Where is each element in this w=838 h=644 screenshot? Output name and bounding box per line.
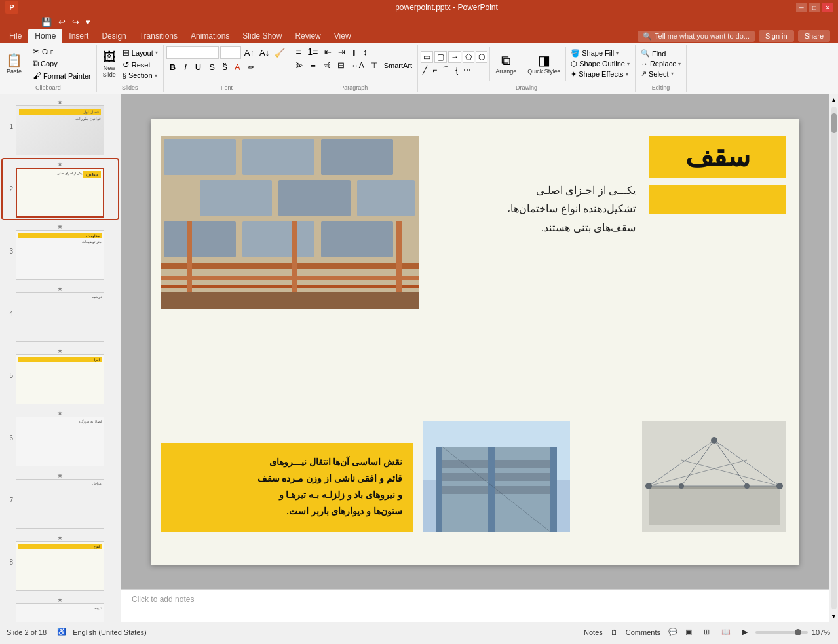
tab-transitions[interactable]: Transitions bbox=[133, 29, 184, 43]
shape-curve[interactable]: ⌒ bbox=[440, 64, 452, 77]
font-size-input[interactable] bbox=[220, 46, 241, 59]
slide-thumb-7[interactable]: 7 ★ مراحل bbox=[3, 470, 118, 530]
slide-panel[interactable]: 1 ★ فصل اول قوانین مقررات 2 ★ سقف یکی bbox=[0, 94, 121, 622]
slideshow-button[interactable]: ▶ bbox=[738, 626, 752, 637]
reading-view-button[interactable]: 📖 bbox=[717, 626, 734, 637]
align-center-button[interactable]: ≡ bbox=[308, 60, 318, 71]
slide-thumb-6[interactable]: 6 ★ اتصال به دیوارگاه bbox=[3, 408, 118, 468]
italic-button[interactable]: I bbox=[181, 61, 190, 73]
slide-thumb-4[interactable]: 4 ★ تاریخچه bbox=[3, 284, 118, 343]
tab-home[interactable]: Home bbox=[28, 29, 62, 43]
undo-qat-button[interactable]: ↩ bbox=[56, 17, 67, 27]
comments-status-button[interactable]: Comments bbox=[622, 627, 664, 637]
zoom-handle[interactable] bbox=[795, 629, 801, 635]
sign-in-button[interactable]: Sign in bbox=[759, 30, 794, 42]
slide-thumb-9[interactable]: 9 ★ نتیجه bbox=[3, 595, 118, 622]
increase-indent-button[interactable]: ⇥ bbox=[335, 47, 348, 58]
paste-button[interactable]: 📋 Paste bbox=[3, 47, 26, 81]
shadow-button[interactable]: S̈ bbox=[219, 62, 230, 73]
tab-design[interactable]: Design bbox=[95, 29, 132, 43]
shape-effects-button[interactable]: ✦Shape Effects▾ bbox=[568, 69, 632, 79]
line-spacing-button[interactable]: ↕ bbox=[360, 47, 370, 58]
section-button[interactable]: §Section▾ bbox=[120, 71, 161, 80]
align-right-button[interactable]: ⫷ bbox=[320, 60, 333, 71]
shape-rounded-rect[interactable]: ▢ bbox=[434, 51, 447, 63]
replace-button[interactable]: ↔Replace▾ bbox=[638, 59, 683, 68]
slide-sorter-button[interactable]: ⊞ bbox=[700, 626, 714, 637]
shape-line[interactable]: ╱ bbox=[421, 65, 429, 75]
save-qat-button[interactable]: 💾 bbox=[39, 17, 54, 27]
scroll-down-button[interactable]: ▼ bbox=[829, 611, 838, 622]
bullets-button[interactable]: ≡ bbox=[293, 46, 303, 58]
shape-elbow[interactable]: ⌐ bbox=[430, 65, 439, 75]
scroll-up-button[interactable]: ▲ bbox=[829, 94, 838, 105]
select-button[interactable]: ↗Select▾ bbox=[638, 69, 683, 79]
strikethrough-button[interactable]: S bbox=[206, 62, 218, 73]
slide-thumb-5[interactable]: 5 ★ اجزا bbox=[3, 346, 118, 406]
quick-styles-button[interactable]: ◨ Quick Styles bbox=[524, 47, 563, 81]
decrease-font-button[interactable]: A↓ bbox=[257, 47, 271, 58]
tab-review[interactable]: Review bbox=[288, 29, 327, 43]
normal-view-button[interactable]: ▣ bbox=[681, 626, 696, 637]
shape-rect[interactable]: ▭ bbox=[421, 51, 433, 63]
search-placeholder[interactable]: Tell me what you want to do... bbox=[655, 32, 750, 40]
layout-button[interactable]: ⊞Layout▾ bbox=[120, 47, 161, 58]
tab-animations[interactable]: Animations bbox=[184, 29, 236, 43]
main-photo bbox=[161, 136, 419, 309]
share-button[interactable]: Share bbox=[798, 30, 830, 42]
close-button[interactable]: ✕ bbox=[822, 3, 833, 12]
format-painter-button[interactable]: 🖌Format Painter bbox=[30, 70, 94, 81]
slide-thumb-1[interactable]: 1 ★ فصل اول قوانین مقررات bbox=[3, 97, 118, 157]
shape-outline-button[interactable]: ⬡Shape Outline▾ bbox=[568, 59, 632, 69]
clear-format-button[interactable]: 🧹 bbox=[273, 47, 287, 58]
notes-status-button[interactable]: Notes bbox=[580, 627, 607, 637]
tab-slideshow[interactable]: Slide Show bbox=[236, 29, 288, 43]
numbering-button[interactable]: 1≡ bbox=[305, 46, 320, 58]
slide-thumb-2[interactable]: 2 ★ سقف یکی از اجزای اصلی bbox=[3, 159, 118, 219]
columns-button[interactable]: ⫿ bbox=[349, 47, 359, 58]
zoom-slider[interactable] bbox=[755, 631, 808, 634]
maximize-button[interactable]: □ bbox=[809, 3, 820, 12]
cut-button[interactable]: ✂Cut bbox=[30, 46, 94, 57]
shape-pentagon[interactable]: ⬠ bbox=[463, 51, 474, 63]
redo-qat-button[interactable]: ↪ bbox=[70, 17, 81, 27]
highlight-button[interactable]: ✏ bbox=[245, 62, 257, 73]
yellow-title-box: سقف bbox=[649, 136, 786, 178]
window-controls[interactable]: ─ □ ✕ bbox=[796, 3, 833, 12]
new-slide-button[interactable]: 🖼 NewSlide bbox=[100, 47, 119, 81]
slide-thumb-8[interactable]: 8 ★ انواع bbox=[3, 533, 118, 592]
canvas-scroll[interactable]: سقف یکـــی از اجـزای اصلـی تشکیل‌دهنده ا… bbox=[121, 94, 829, 589]
arrange-button[interactable]: ⧉ Arrange bbox=[492, 47, 520, 81]
concrete-blocks-svg bbox=[161, 136, 419, 309]
justify-button[interactable]: ⊟ bbox=[335, 60, 347, 71]
text-direction-button[interactable]: ↔A bbox=[349, 60, 367, 71]
shape-more[interactable]: ⋯ bbox=[461, 65, 473, 75]
align-text-button[interactable]: ⊤ bbox=[368, 60, 380, 71]
shape-brace[interactable]: { bbox=[453, 65, 460, 75]
notes-area[interactable]: Click to add notes bbox=[121, 589, 829, 622]
slide-thumb-3[interactable]: 3 ★ مقاومت متن توضیحات bbox=[3, 221, 118, 281]
slide-canvas[interactable]: سقف یکـــی از اجـزای اصلـی تشکیل‌دهنده ا… bbox=[151, 119, 799, 565]
copy-button[interactable]: ⧉Copy bbox=[30, 58, 94, 69]
customize-qat-button[interactable]: ▾ bbox=[84, 17, 92, 27]
right-scrollbar[interactable]: ▲ ▼ bbox=[829, 94, 838, 622]
tab-insert[interactable]: Insert bbox=[62, 29, 95, 43]
reset-button[interactable]: ↺Reset bbox=[120, 59, 161, 70]
decrease-indent-button[interactable]: ⇤ bbox=[322, 47, 334, 58]
shape-hexagon[interactable]: ⬡ bbox=[476, 51, 487, 63]
shape-fill-button[interactable]: 🪣Shape Fill▾ bbox=[568, 48, 632, 58]
scroll-thumb[interactable] bbox=[831, 113, 837, 133]
increase-font-button[interactable]: A↑ bbox=[242, 47, 256, 58]
align-left-button[interactable]: ⫸ bbox=[293, 60, 307, 71]
underline-button[interactable]: U bbox=[192, 61, 204, 73]
tab-file[interactable]: File bbox=[3, 29, 28, 43]
bold-button[interactable]: B bbox=[166, 61, 179, 73]
find-button[interactable]: 🔍Find bbox=[638, 48, 683, 58]
scroll-track[interactable] bbox=[831, 107, 837, 609]
shape-arrow[interactable]: → bbox=[448, 51, 461, 63]
minimize-button[interactable]: ─ bbox=[796, 3, 807, 12]
font-name-input[interactable] bbox=[166, 46, 219, 59]
smartart-button[interactable]: SmartArt bbox=[381, 61, 415, 70]
tab-view[interactable]: View bbox=[328, 29, 358, 43]
font-color-button[interactable]: A bbox=[232, 62, 243, 73]
